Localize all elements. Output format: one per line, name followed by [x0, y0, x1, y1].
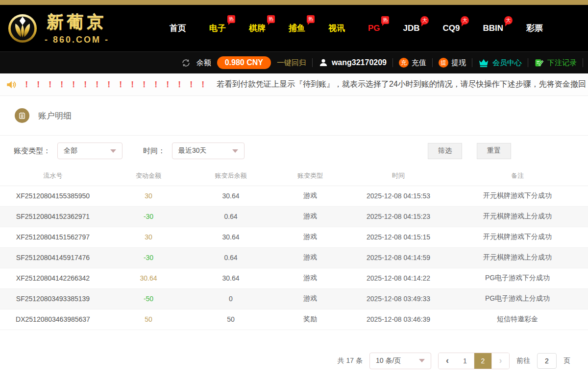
big-badge-icon: 大 [461, 16, 469, 24]
cell-time: 2025-12-08 04:15:23 [350, 206, 447, 227]
hot-badge-icon: 热 [227, 15, 235, 23]
cell-serial: XF25120804142266342 [0, 268, 106, 288]
filter-button[interactable]: 筛选 [428, 143, 462, 159]
reset-button[interactable]: 重置 [477, 143, 511, 159]
nav-item-7[interactable]: JDB大 [403, 24, 419, 33]
cell-balance: 0 [191, 288, 270, 309]
cell-type: 游戏 [270, 206, 350, 227]
column-header: 账变后余额 [191, 166, 270, 186]
cell-remark: 开元棋牌游戏上分成功 [447, 247, 588, 268]
cell-time: 2025-12-08 03:49:33 [350, 288, 447, 309]
cell-type: 游戏 [270, 186, 350, 206]
nav-item-label: 彩票 [526, 24, 543, 33]
logo-text: 新葡京 - 860.COM - [45, 11, 109, 45]
deposit-icon: 充 [399, 58, 409, 68]
cell-balance: 30.64 [191, 186, 270, 206]
cell-amount: 30.64 [106, 268, 191, 288]
nav-item-2[interactable]: 电子热 [209, 23, 226, 34]
divider [472, 58, 472, 67]
divider [583, 58, 583, 67]
filter-row: 账变类型： 全部 时间： 最近30天 筛选 重置 [0, 136, 588, 166]
hot-badge-icon: 热 [307, 15, 315, 23]
cell-remark: 开元棋牌游戏上分成功 [447, 206, 588, 227]
cell-remark: 开元棋牌游戏下分成功 [447, 186, 588, 206]
cell-serial: DX25120803463985637 [0, 309, 106, 330]
column-header: 变动金额 [106, 166, 191, 186]
chevron-down-icon [232, 149, 238, 153]
type-select-value: 全部 [64, 146, 77, 155]
nav-item-6[interactable]: PG热 [368, 24, 380, 33]
crown-icon [478, 58, 489, 68]
cell-balance: 30.64 [191, 268, 270, 288]
bet-records-label: 下注记录 [547, 58, 577, 68]
table-row: XF251208041515627973030.64游戏2025-12-08 0… [0, 227, 588, 247]
notice-marquee: ！！！！！！！！！！！！！！！！ 若看到付款凭证上显示『待到账』，就表示选择了2… [0, 73, 588, 96]
nav-item-label: 捕鱼 [289, 24, 305, 33]
time-filter-label: 时间： [143, 146, 165, 156]
nav-item-label: BBIN [483, 24, 503, 33]
column-header: 流水号 [0, 166, 106, 186]
cell-amount: -50 [106, 288, 191, 309]
cell-remark: 开元棋牌游戏下分成功 [447, 227, 588, 247]
bet-records-button[interactable]: 下注记录 [534, 58, 577, 68]
next-page-button[interactable]: › [491, 353, 509, 369]
cell-time: 2025-12-08 04:15:15 [350, 227, 447, 247]
cell-serial: XF25120804155385950 [0, 186, 106, 206]
balance-label: 余额 [196, 58, 211, 68]
cell-time: 2025-12-08 04:15:53 [350, 186, 447, 206]
nav-item-9[interactable]: BBIN大 [483, 24, 503, 33]
refresh-icon[interactable] [181, 58, 191, 68]
goto-page-input[interactable] [537, 353, 557, 369]
cell-time: 2025-12-08 03:46:39 [350, 309, 447, 330]
hot-badge-icon: 热 [267, 15, 275, 23]
user-icon [318, 58, 328, 68]
page-button-2[interactable]: 2 [474, 353, 491, 369]
page-button-1[interactable]: 1 [456, 353, 474, 369]
user-chip[interactable]: wang32170209 [318, 58, 387, 68]
nav-item-1[interactable]: 首页 [170, 23, 186, 34]
nav-item-8[interactable]: CQ9大 [442, 24, 460, 33]
nav-item-label: PG [368, 24, 380, 33]
table-row: SF25120804152362971-300.64游戏2025-12-08 0… [0, 206, 588, 227]
notice-text: 若看到付款凭证上显示『待到账』，就表示选择了24小时到账的情况，请尽快操作下述步… [217, 79, 588, 90]
divider [312, 58, 313, 67]
hot-badge-icon: 热 [381, 16, 389, 24]
nav-item-label: 视讯 [328, 24, 345, 33]
page-size-value: 10 条/页 [376, 356, 401, 365]
cell-amount: -30 [106, 247, 191, 268]
site-logo[interactable]: 新葡京 - 860.COM - [7, 11, 130, 45]
nav-item-3[interactable]: 棋牌热 [249, 23, 266, 34]
type-filter-label: 账变类型： [14, 146, 50, 156]
goto-label: 前往 [516, 356, 530, 365]
total-count: 共 17 条 [338, 356, 363, 365]
cell-serial: SF25120804152362971 [0, 206, 106, 227]
column-header: 时间 [350, 166, 447, 186]
account-detail-table: 流水号变动金额账变后余额账变类型时间备注 XF25120804155385950… [0, 166, 588, 330]
prev-page-button[interactable]: ‹ [439, 353, 456, 369]
page-size-select[interactable]: 10 条/页 [369, 353, 431, 369]
nav-item-10[interactable]: 彩票 [526, 23, 543, 34]
cell-type: 奖励 [270, 309, 350, 330]
cell-balance: 0.64 [191, 247, 270, 268]
nav-item-label: 棋牌 [249, 24, 266, 33]
top-strip [0, 0, 588, 5]
time-select[interactable]: 最近30天 [172, 142, 245, 159]
main-header: 新葡京 - 860.COM - 首页电子热棋牌热捕鱼热视讯PG热JDB大CQ9大… [0, 5, 588, 51]
one-key-return-button[interactable]: 一键回归 [277, 58, 306, 68]
cell-balance: 30.64 [191, 227, 270, 247]
page-title: 账户明细 [38, 110, 72, 121]
cell-serial: XF25120804151562797 [0, 227, 106, 247]
type-select[interactable]: 全部 [57, 142, 122, 159]
member-center-button[interactable]: 会员中心 [478, 58, 522, 68]
nav-item-4[interactable]: 捕鱼热 [289, 23, 305, 34]
withdraw-button[interactable]: 提 提现 [439, 58, 466, 68]
nav-item-label: 首页 [170, 24, 186, 33]
cell-balance: 50 [191, 309, 270, 330]
withdraw-label: 提现 [451, 58, 466, 68]
deposit-button[interactable]: 充 充值 [399, 58, 426, 68]
cell-remark: 短信特邀彩金 [447, 309, 588, 330]
cell-time: 2025-12-08 04:14:59 [350, 247, 447, 268]
username: wang32170209 [332, 58, 387, 67]
logo-lotus-icon [7, 13, 38, 44]
nav-item-5[interactable]: 视讯 [328, 23, 345, 34]
